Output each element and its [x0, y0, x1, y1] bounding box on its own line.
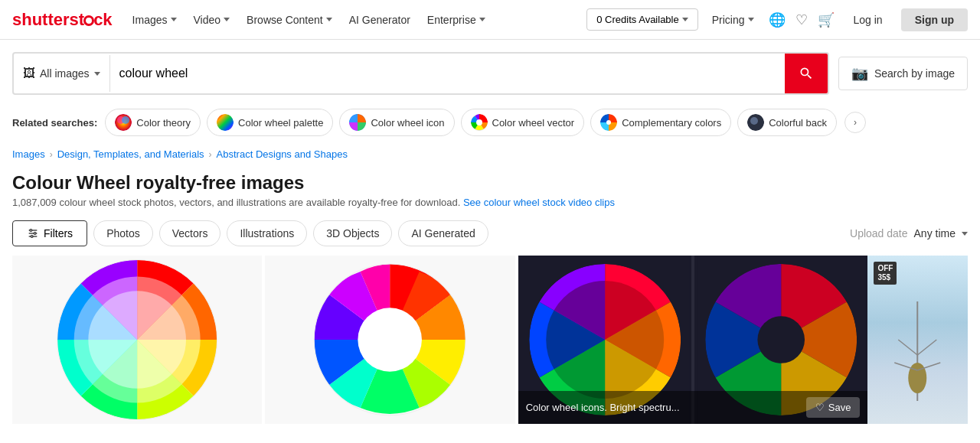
nav-enterprise[interactable]: Enterprise: [420, 9, 493, 31]
navbar: shutterstck Images Video Browse Content …: [0, 0, 980, 40]
related-chip-label: Color wheel vector: [492, 117, 575, 129]
pricing-button[interactable]: Pricing: [704, 9, 762, 31]
chevron-down-icon: [224, 18, 230, 21]
search-by-image-label: Search by image: [874, 67, 955, 80]
upload-date-label: Upload date: [850, 227, 908, 239]
save-button[interactable]: ♡ Save: [806, 397, 861, 418]
search-by-image-button[interactable]: 📷 Search by image: [838, 57, 968, 90]
chevron-down-icon: [94, 72, 100, 76]
related-chip-color-theory[interactable]: Color theory: [105, 109, 201, 136]
signup-button[interactable]: Sign up: [901, 8, 968, 31]
related-chip-color-wheel-icon[interactable]: Color wheel icon: [339, 109, 454, 136]
color-wheel-image-2: [265, 256, 514, 424]
related-chip-color-wheel-vector[interactable]: Color wheel vector: [461, 109, 585, 136]
svg-point-6: [476, 119, 482, 125]
search-icon: [799, 66, 814, 81]
chevron-down-icon: [748, 18, 754, 21]
svg-point-20: [358, 308, 423, 372]
breadcrumb-separator: ›: [50, 149, 53, 160]
nav-right: 0 Credits Available Pricing 🌐 ♡ 🛒 Log in…: [586, 8, 968, 31]
next-arrow-button[interactable]: ›: [844, 112, 866, 133]
type-ai-generated-button[interactable]: AI Generated: [398, 220, 488, 246]
svg-line-29: [899, 340, 918, 355]
complementary-colors-thumb: [600, 114, 617, 131]
filter-icon: [27, 227, 39, 239]
search-section: 🖼 All images 📷 Search by image: [0, 40, 980, 103]
partial-image: [867, 256, 968, 424]
image-type-icon: 🖼: [23, 67, 35, 80]
related-searches-label: Related searches:: [12, 117, 97, 129]
color-wheel-vector-thumb: [471, 114, 488, 131]
filters-label: Filters: [44, 227, 73, 239]
image-grid: Color wheel icons. Bright spectru... ♡ S…: [0, 256, 980, 424]
search-type-label: All images: [40, 67, 90, 80]
page-subtitle: 1,087,009 colour wheel stock photos, vec…: [12, 197, 968, 208]
svg-point-3: [217, 114, 234, 131]
video-clips-link[interactable]: See colour wheel stock video clips: [463, 197, 615, 208]
breadcrumb-design-templates[interactable]: Design, Templates, and Materials: [57, 148, 204, 160]
related-chip-label: Color wheel icon: [371, 117, 444, 129]
svg-point-28: [909, 363, 927, 393]
related-chip-label: Color theory: [136, 117, 191, 129]
related-chip-colorful-back[interactable]: Colorful back: [737, 109, 837, 136]
search-box: 🖼 All images: [12, 52, 829, 95]
search-button[interactable]: [785, 54, 828, 93]
related-chip-complementary-colors[interactable]: Complementary colors: [590, 109, 731, 136]
heart-outline-icon: ♡: [815, 402, 825, 413]
chevron-down-icon: [682, 18, 688, 21]
breadcrumb-abstract-designs[interactable]: Abstract Designs and Shapes: [217, 148, 348, 160]
cart-icon[interactable]: 🛒: [817, 11, 835, 29]
chevron-down-icon: [171, 18, 177, 21]
breadcrumb: Images › Design, Templates, and Material…: [0, 145, 980, 166]
related-chip-color-wheel-palette[interactable]: Color wheel palette: [207, 109, 333, 136]
search-type-selector[interactable]: 🖼 All images: [14, 55, 110, 92]
image-cell-last[interactable]: OFF 35$: [867, 256, 968, 424]
upload-date-selector[interactable]: Upload date Any time: [850, 227, 968, 239]
nav-ai-generator[interactable]: AI Generator: [341, 9, 418, 31]
login-button[interactable]: Log in: [841, 8, 895, 31]
nav-images[interactable]: Images: [125, 9, 185, 31]
nav-links: Images Video Browse Content AI Generator…: [125, 9, 584, 31]
overlay-title: Color wheel icons. Bright spectru...: [526, 402, 680, 413]
svg-point-10: [750, 117, 758, 125]
nav-browse-content[interactable]: Browse Content: [239, 9, 340, 31]
color-wheel-image-1: [12, 256, 262, 424]
svg-point-8: [606, 120, 611, 125]
svg-point-14: [30, 230, 32, 232]
page-title: Colour Wheel royalty-free images: [12, 172, 968, 194]
related-items: Color theory Colo: [105, 109, 837, 136]
svg-point-15: [34, 233, 36, 235]
chevron-down-icon: [479, 18, 485, 21]
related-chip-label: Color wheel palette: [238, 117, 323, 129]
color-wheel-icon-thumb: [349, 114, 366, 131]
breadcrumb-images[interactable]: Images: [12, 148, 45, 160]
svg-point-26: [757, 316, 805, 363]
search-input[interactable]: [110, 55, 785, 92]
chevron-down-icon: [962, 232, 968, 236]
image-cell-1[interactable]: [12, 256, 262, 424]
globe-icon[interactable]: 🌐: [768, 11, 786, 29]
related-chip-label: Complementary colors: [622, 117, 721, 129]
chevron-down-icon: [326, 18, 332, 21]
filters-button[interactable]: Filters: [12, 220, 87, 246]
color-theory-thumb: [115, 114, 132, 131]
type-photos-button[interactable]: Photos: [93, 220, 153, 246]
page-title-section: Colour Wheel royalty-free images 1,087,0…: [0, 166, 980, 211]
multi-cell-inner: Color wheel icons. Bright spectru... ♡ S…: [518, 256, 868, 424]
heart-icon[interactable]: ♡: [792, 11, 811, 29]
type-illustrations-button[interactable]: Illustrations: [227, 220, 307, 246]
logo[interactable]: shutterstck: [12, 10, 113, 30]
color-wheel-palette-thumb: [217, 114, 234, 131]
colorful-back-thumb: [747, 114, 764, 131]
related-chip-label: Colorful back: [769, 117, 827, 129]
svg-point-16: [31, 236, 33, 238]
type-vectors-button[interactable]: Vectors: [159, 220, 221, 246]
image-cell-2[interactable]: [265, 256, 514, 424]
type-3d-objects-button[interactable]: 3D Objects: [313, 220, 392, 246]
credits-button[interactable]: 0 Credits Available: [586, 8, 697, 31]
camera-icon: 📷: [851, 65, 868, 82]
svg-point-2: [122, 116, 129, 124]
related-searches: Related searches: Color theory: [0, 103, 980, 145]
nav-video[interactable]: Video: [186, 9, 238, 31]
image-cell-multi[interactable]: Color wheel icons. Bright spectru... ♡ S…: [518, 256, 868, 424]
